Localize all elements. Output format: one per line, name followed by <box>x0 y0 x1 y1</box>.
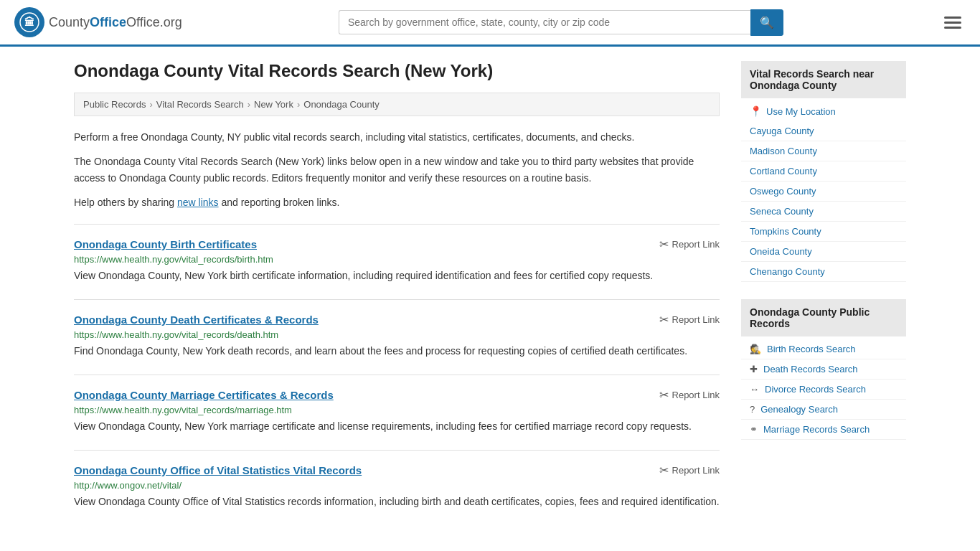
breadcrumb-sep-3: › <box>297 99 300 110</box>
record-url-3: http://www.ongov.net/vital/ <box>74 480 720 491</box>
search-button[interactable]: 🔍 <box>750 9 783 36</box>
record-desc-0: View Onondaga County, New York birth cer… <box>74 268 720 283</box>
breadcrumb-vital-records-search[interactable]: Vital Records Search <box>156 99 244 110</box>
record-title-link-1[interactable]: Onondaga County Death Certificates & Rec… <box>74 314 319 326</box>
public-record-link-0[interactable]: Birth Records Search <box>767 344 856 354</box>
nearby-county-link-2[interactable]: Cortland County <box>750 166 817 176</box>
nearby-county-item: Oswego County <box>741 182 906 202</box>
records-container: Onondaga County Birth Certificates ✂ Rep… <box>74 237 720 509</box>
use-location-link[interactable]: 📍 Use My Location <box>741 101 906 121</box>
hamburger-line-3 <box>944 27 961 29</box>
hamburger-line-2 <box>944 22 961 24</box>
pin-icon: 📍 <box>750 105 762 117</box>
report-link-btn-3[interactable]: ✂ Report Link <box>659 463 720 477</box>
report-icon-1: ✂ <box>659 313 669 326</box>
public-record-item: 🕵 Birth Records Search <box>741 339 906 359</box>
public-record-link-1[interactable]: Death Records Search <box>763 364 858 375</box>
public-record-item: ↔ Divorce Records Search <box>741 380 906 400</box>
use-location-label: Use My Location <box>766 106 836 117</box>
public-record-icon-4: ⚭ <box>750 424 758 435</box>
record-url-0: https://www.health.ny.gov/vital_records/… <box>74 254 720 265</box>
nearby-county-link-6[interactable]: Oneida County <box>750 246 812 257</box>
record-item-header: Onondaga County Birth Certificates ✂ Rep… <box>74 237 720 251</box>
record-url-1: https://www.health.ny.gov/vital_records/… <box>74 329 720 340</box>
public-records-section: Onondaga County Public Records 🕵 Birth R… <box>741 299 906 440</box>
report-link-label-2: Report Link <box>672 390 720 400</box>
record-title-link-0[interactable]: Onondaga County Birth Certificates <box>74 238 257 250</box>
report-link-label-0: Report Link <box>672 239 720 250</box>
breadcrumb-public-records[interactable]: Public Records <box>83 99 146 110</box>
nearby-counties-list: Cayuga CountyMadison CountyCortland Coun… <box>741 121 906 282</box>
search-area: 🔍 <box>339 9 783 36</box>
record-item: Onondaga County Office of Vital Statisti… <box>74 463 720 509</box>
nearby-county-item: Madison County <box>741 141 906 161</box>
record-title-link-3[interactable]: Onondaga County Office of Vital Statisti… <box>74 464 362 476</box>
nearby-county-item: Oneida County <box>741 242 906 262</box>
nearby-header: Vital Records Search near Onondaga Count… <box>741 61 906 98</box>
public-record-link-3[interactable]: Genealogy Search <box>760 404 838 415</box>
public-record-icon-0: 🕵 <box>750 344 761 354</box>
breadcrumb-new-york[interactable]: New York <box>254 99 293 110</box>
breadcrumb-onondaga-county[interactable]: Onondaga County <box>303 99 380 110</box>
breadcrumb: Public Records › Vital Records Search › … <box>74 93 720 116</box>
nearby-county-link-7[interactable]: Chenango County <box>750 266 825 277</box>
nearby-county-item: Seneca County <box>741 202 906 222</box>
report-link-label-3: Report Link <box>672 465 720 476</box>
new-links-link[interactable]: new links <box>177 197 219 208</box>
record-item-header: Onondaga County Death Certificates & Rec… <box>74 313 720 326</box>
report-link-btn-1[interactable]: ✂ Report Link <box>659 313 720 326</box>
record-item: Onondaga County Birth Certificates ✂ Rep… <box>74 237 720 283</box>
main-container: Onondaga County Vital Records Search (Ne… <box>60 47 920 540</box>
report-link-btn-2[interactable]: ✂ Report Link <box>659 388 720 402</box>
public-records-list: 🕵 Birth Records Search ✚ Death Records S… <box>741 339 906 440</box>
report-icon-0: ✂ <box>659 237 669 251</box>
public-record-icon-1: ✚ <box>750 364 758 375</box>
public-record-icon-3: ? <box>750 404 755 415</box>
breadcrumb-sep-2: › <box>248 99 250 110</box>
record-desc-2: View Onondaga County, New York marriage … <box>74 419 720 434</box>
description-2: The Onondaga County Vital Records Search… <box>74 154 720 186</box>
search-input[interactable] <box>339 10 750 34</box>
content-area: Onondaga County Vital Records Search (Ne… <box>74 61 720 525</box>
public-record-icon-2: ↔ <box>750 384 759 395</box>
sidebar: Vital Records Search near Onondaga Count… <box>741 61 906 525</box>
report-icon-3: ✂ <box>659 463 669 477</box>
record-item-header: Onondaga County Office of Vital Statisti… <box>74 463 720 477</box>
nearby-county-item: Cortland County <box>741 161 906 182</box>
menu-button[interactable] <box>940 12 966 33</box>
record-item: Onondaga County Death Certificates & Rec… <box>74 313 720 359</box>
nearby-county-link-4[interactable]: Seneca County <box>750 206 814 217</box>
nearby-county-link-3[interactable]: Oswego County <box>750 186 816 197</box>
public-record-item: ⚭ Marriage Records Search <box>741 420 906 440</box>
site-header: 🏛 CountyOfficeOffice.org 🔍 <box>0 0 980 47</box>
report-link-btn-0[interactable]: ✂ Report Link <box>659 237 720 251</box>
nearby-county-link-1[interactable]: Madison County <box>750 146 817 156</box>
record-divider <box>74 299 720 300</box>
nearby-county-item: Tompkins County <box>741 222 906 242</box>
nearby-county-link-5[interactable]: Tompkins County <box>750 226 821 237</box>
use-location-item: 📍 Use My Location <box>741 101 906 121</box>
logo-icon: 🏛 <box>14 7 44 37</box>
logo-text: CountyOfficeOffice.org <box>49 15 182 30</box>
record-title-link-2[interactable]: Onondaga County Marriage Certificates & … <box>74 389 334 401</box>
public-record-link-2[interactable]: Divorce Records Search <box>765 384 866 395</box>
record-item-header: Onondaga County Marriage Certificates & … <box>74 388 720 402</box>
public-record-link-4[interactable]: Marriage Records Search <box>763 424 870 435</box>
report-link-label-1: Report Link <box>672 314 720 325</box>
record-divider <box>74 375 720 375</box>
nearby-county-link-0[interactable]: Cayuga County <box>750 126 814 136</box>
logo-area: 🏛 CountyOfficeOffice.org <box>14 7 182 37</box>
nearby-county-item: Chenango County <box>741 262 906 282</box>
description-3: Help others by sharing new links and rep… <box>74 194 720 210</box>
record-item: Onondaga County Marriage Certificates & … <box>74 388 720 434</box>
nearby-county-item: Cayuga County <box>741 121 906 141</box>
page-title: Onondaga County Vital Records Search (Ne… <box>74 61 720 81</box>
public-record-item: ✚ Death Records Search <box>741 359 906 380</box>
record-desc-3: View Onondaga County Office of Vital Sta… <box>74 494 720 509</box>
description-1: Perform a free Onondaga County, NY publi… <box>74 129 720 145</box>
nearby-section: Vital Records Search near Onondaga Count… <box>741 61 906 282</box>
svg-text:🏛: 🏛 <box>24 16 34 28</box>
public-record-item: ? Genealogy Search <box>741 400 906 420</box>
divider <box>74 224 720 225</box>
hamburger-line-1 <box>944 17 961 19</box>
